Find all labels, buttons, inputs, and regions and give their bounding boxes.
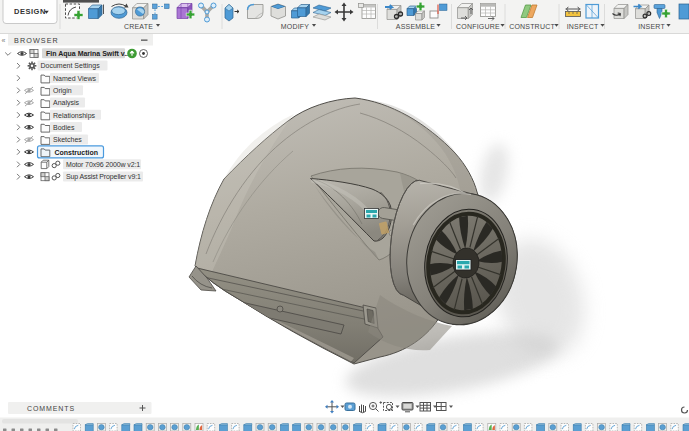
svg-text:Motor 70x96 2000w v2:1: Motor 70x96 2000w v2:1 <box>66 161 140 168</box>
svg-text:BROWSER: BROWSER <box>14 36 59 45</box>
svg-text:Relationships: Relationships <box>53 112 96 120</box>
svg-text:Sup Assist Propeller v9:1: Sup Assist Propeller v9:1 <box>66 173 141 181</box>
svg-text:INSERT: INSERT <box>638 23 665 30</box>
svg-text:MODIFY: MODIFY <box>281 23 310 30</box>
svg-text:Fin Aqua Marina Swift v...: Fin Aqua Marina Swift v... <box>46 50 130 58</box>
svg-text:CONFIGURE: CONFIGURE <box>456 23 500 30</box>
svg-text:Bodies: Bodies <box>53 124 75 131</box>
svg-text:Origin: Origin <box>53 87 72 95</box>
svg-text:«: « <box>2 37 6 44</box>
svg-text:COMMENTS: COMMENTS <box>27 405 75 412</box>
svg-text:INSPECT: INSPECT <box>567 23 599 30</box>
svg-text:Construction: Construction <box>55 149 99 156</box>
svg-text:Sketches: Sketches <box>53 136 82 143</box>
svg-text:ASSEMBLE: ASSEMBLE <box>396 23 435 30</box>
svg-text:Analysis: Analysis <box>53 99 80 107</box>
svg-text:Named Views: Named Views <box>53 75 97 82</box>
svg-text:CONSTRUCT: CONSTRUCT <box>509 23 555 30</box>
svg-text:Document Settings: Document Settings <box>41 62 101 70</box>
svg-text:DESIGN: DESIGN <box>14 7 46 16</box>
svg-text:CREATE: CREATE <box>124 23 153 30</box>
